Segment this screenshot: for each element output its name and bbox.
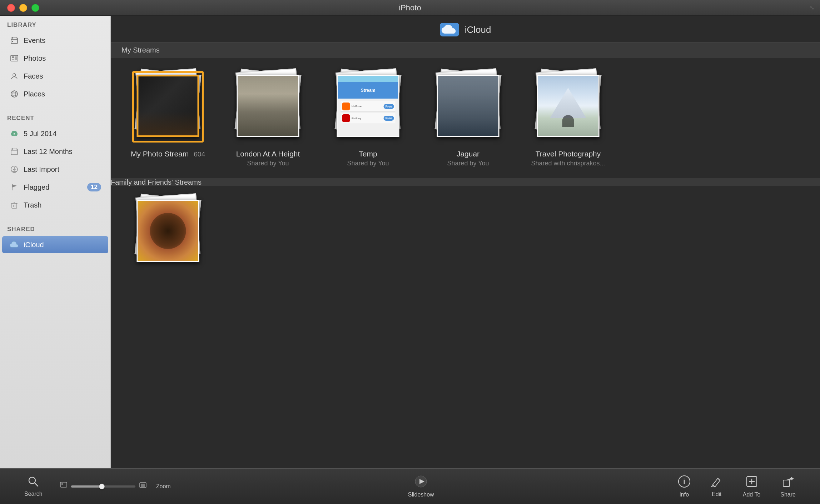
zoom-in-icon (139, 482, 147, 491)
sidebar-item-trash[interactable]: Trash (2, 196, 108, 214)
sidebar-item-icloud[interactable]: iCloud (2, 236, 108, 253)
streams-scroll-area[interactable]: My Streams My Photo Stream 60 (111, 42, 820, 468)
zoom-control[interactable] (53, 481, 154, 491)
stream-item-family-1[interactable] (125, 194, 211, 275)
icloud-header: iCloud (111, 16, 820, 42)
sidebar-events-label: Events (24, 36, 101, 45)
stream-item-my-photo-stream[interactable]: My Photo Stream 604 (125, 69, 211, 167)
photo-main (437, 75, 500, 137)
calendar-icon (9, 146, 19, 156)
family-streams-grid (111, 187, 820, 285)
sidebar-lastimport-label: Last Import (24, 165, 101, 174)
stream-name-london: London At A Height (236, 150, 300, 158)
svg-rect-7 (15, 56, 17, 60)
stream-sub-temp: Shared by You (347, 160, 389, 167)
edit-tool[interactable]: Edit (701, 475, 733, 498)
slideshow-icon (414, 475, 427, 489)
share-tool[interactable]: Share (770, 475, 806, 498)
photo-stack-travel (531, 69, 606, 144)
my-streams-section-header: My Streams (111, 42, 820, 58)
window-title: iPhoto (399, 3, 421, 13)
svg-rect-16 (11, 149, 18, 155)
flagged-badge: 12 (87, 183, 101, 191)
photo-stack-family-1 (130, 194, 205, 269)
info-tool[interactable]: i Info (668, 475, 701, 498)
stream-item-jaguar[interactable]: Jaguar Shared by You (425, 69, 511, 167)
thumb-bookshelf (139, 76, 198, 135)
recent-section-label: RECENT (0, 109, 110, 125)
svg-point-9 (13, 74, 16, 76)
close-button[interactable] (7, 4, 15, 12)
sidebar-trash-label: Trash (24, 201, 101, 209)
photo-stack-london (230, 69, 305, 144)
add-to-label: Add To (743, 491, 761, 498)
appstore-bar-text: Stream (361, 88, 376, 93)
sidebar-5jul-label: 5 Jul 2014 (24, 130, 101, 138)
sidebar-divider-1 (6, 106, 105, 106)
svg-rect-32 (60, 482, 67, 487)
places-icon (9, 89, 19, 99)
sidebar-item-5jul2014[interactable]: 5 5 Jul 2014 (2, 125, 108, 142)
minimize-button[interactable] (19, 4, 27, 12)
icloud-header-title: iCloud (465, 24, 491, 35)
photo-stack-jaguar (431, 69, 506, 144)
events-icon (9, 35, 19, 45)
resize-icon: ⤡ (810, 4, 814, 11)
photo-main (237, 75, 299, 137)
sidebar-icloud-label: iCloud (24, 241, 101, 249)
svg-line-31 (35, 483, 38, 486)
stream-sub-london: Shared by You (247, 160, 289, 167)
stream-item-travel[interactable]: Travel Photography Shared with chrisprak… (525, 69, 611, 167)
slideshow-tool[interactable]: Slideshow (398, 475, 444, 498)
search-tool[interactable]: Search (14, 476, 53, 497)
flag-icon (9, 182, 19, 192)
thumb-aerial (438, 76, 498, 136)
sidebar-item-places[interactable]: Places (2, 85, 108, 103)
photo-stack-temp: Stream Halftone Free PicPlay (331, 69, 406, 144)
date-icon: 5 (9, 129, 19, 139)
maximize-button[interactable] (31, 4, 39, 12)
sidebar-item-last12months[interactable]: Last 12 Months (2, 143, 108, 160)
photo-stack-my-photo-stream (130, 69, 205, 144)
icloud-header-icon (440, 23, 459, 36)
zoom-out-icon (60, 481, 68, 491)
svg-rect-33 (61, 483, 63, 485)
stream-item-temp[interactable]: Stream Halftone Free PicPlay (325, 69, 411, 167)
info-icon: i (678, 475, 691, 489)
svg-text:i: i (683, 478, 685, 485)
sidebar-item-faces[interactable]: Faces (2, 68, 108, 85)
svg-rect-35 (141, 484, 145, 487)
sidebar-item-flagged[interactable]: Flagged 12 (2, 179, 108, 196)
stream-count-my-photo-stream: 604 (194, 150, 205, 158)
svg-rect-0 (11, 38, 18, 44)
svg-text:5: 5 (14, 133, 15, 136)
search-label: Search (24, 491, 43, 497)
appstore-btn-2: Free (384, 116, 394, 121)
window-controls (7, 4, 39, 12)
photo-main: Stream Halftone Free PicPlay (337, 75, 399, 137)
import-icon (9, 164, 19, 174)
my-streams-grid: My Photo Stream 604 London At A Height S (111, 58, 820, 178)
photos-icon (9, 53, 19, 63)
svg-rect-45 (783, 480, 790, 486)
add-to-tool[interactable]: Add To (733, 475, 771, 498)
thumb-appstore: Stream Halftone Free PicPlay (338, 76, 398, 136)
family-streams-section-header: Family and Friends' Streams (111, 178, 820, 187)
zoom-label: Zoom (154, 483, 174, 490)
stream-item-london[interactable]: London At A Height Shared by You (225, 69, 311, 167)
share-label: Share (780, 491, 796, 498)
stream-sub-travel: Shared with chrisprakos... (531, 160, 605, 167)
sidebar-item-events[interactable]: Events (2, 32, 108, 49)
icloud-icon (9, 240, 19, 250)
sidebar-item-lastimport[interactable]: Last Import (2, 161, 108, 178)
sidebar-faces-label: Faces (24, 72, 101, 80)
bottom-bar: Search Zoom Slidesho (0, 468, 820, 504)
thumb-snow (538, 76, 598, 136)
photo-main (137, 75, 199, 137)
stream-name-travel: Travel Photography (536, 150, 601, 158)
search-icon (28, 476, 39, 489)
shared-section-label: SHARED (0, 220, 110, 236)
zoom-slider-track[interactable] (71, 485, 135, 488)
sidebar-item-photos[interactable]: Photos (2, 50, 108, 67)
zoom-slider-thumb[interactable] (99, 484, 105, 489)
